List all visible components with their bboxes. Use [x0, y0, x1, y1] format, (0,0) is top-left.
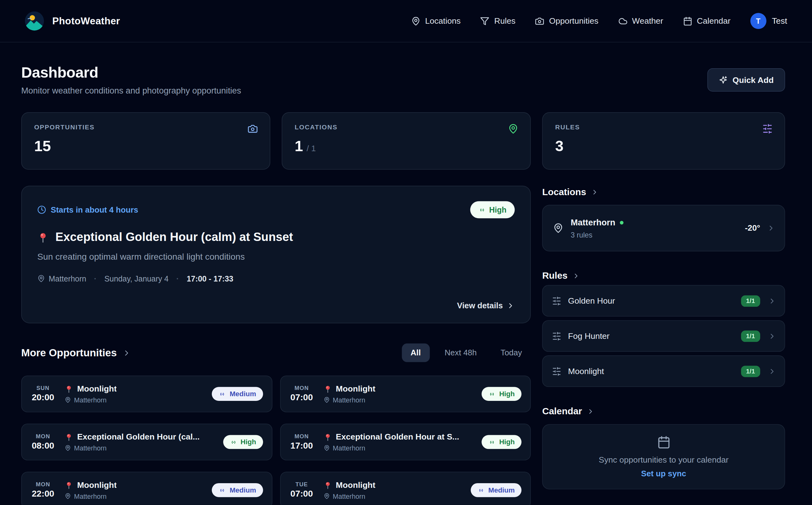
- quick-add-button[interactable]: Quick Add: [707, 68, 785, 92]
- confidence-badge: Medium: [212, 483, 263, 497]
- layout: Starts in about 4 hours High Exceptional…: [21, 186, 785, 505]
- map-pin-icon: [323, 397, 330, 403]
- set-up-sync-link[interactable]: Set up sync: [641, 469, 686, 478]
- badge-label: High: [241, 438, 256, 446]
- sidebar-locations-header[interactable]: Locations: [542, 187, 785, 198]
- map-pin-icon: [323, 493, 330, 499]
- signal-icon: [219, 390, 226, 397]
- calendar-sync-text: Sync opportunities to your calendar: [598, 455, 728, 464]
- opportunity-time: MON 22:00: [30, 481, 56, 499]
- chevron-right-icon: [122, 348, 131, 357]
- confidence-badge: High: [481, 435, 521, 449]
- opportunity-card[interactable]: MON 17:00 Exceptional Golden Hour at S..…: [280, 424, 531, 461]
- chevron-right-icon: [768, 367, 777, 375]
- sidebar-rules-title: Rules: [542, 271, 567, 282]
- badge-label: High: [499, 390, 515, 398]
- nav-item-locations[interactable]: Locations: [411, 16, 460, 26]
- featured-location-label: Matterhorn: [49, 274, 86, 283]
- confidence-badge: High: [470, 201, 514, 218]
- sidebar-rules-header[interactable]: Rules: [542, 271, 785, 282]
- nav-label: Opportunities: [549, 16, 598, 26]
- featured-opportunity-card: Starts in about 4 hours High Exceptional…: [21, 186, 531, 323]
- clock-icon: [37, 205, 46, 214]
- map-pin-icon: [323, 445, 330, 451]
- filter-today[interactable]: Today: [492, 344, 531, 362]
- filter-all[interactable]: All: [401, 344, 430, 362]
- stat-card-locations: LOCATIONS 1 / 1: [282, 112, 531, 170]
- map-pin-icon: [65, 445, 71, 451]
- opportunity-hour: 22:00: [30, 489, 56, 499]
- user-menu[interactable]: T Test: [750, 13, 787, 29]
- nav-label: Weather: [632, 16, 663, 26]
- signal-icon: [488, 438, 495, 446]
- starts-in: Starts in about 4 hours: [37, 205, 138, 214]
- nav-item-rules[interactable]: Rules: [480, 16, 515, 26]
- opportunity-card[interactable]: TUE 07:00 Moonlight Matterhorn: [280, 472, 531, 505]
- opportunity-name: Moonlight: [77, 480, 117, 490]
- rule-name: Moonlight: [568, 367, 604, 376]
- nav-item-calendar[interactable]: Calendar: [683, 16, 730, 26]
- opportunity-main: Moonlight Matterhorn: [323, 480, 375, 500]
- rule-card-golden-hour[interactable]: Golden Hour 1/1: [542, 285, 785, 316]
- sidebar-calendar-header[interactable]: Calendar: [542, 406, 785, 417]
- opportunity-location: Matterhorn: [333, 492, 365, 500]
- opportunity-day: MON: [30, 481, 56, 487]
- chevron-right-icon: [587, 408, 594, 415]
- rule-name: Fog Hunter: [568, 331, 609, 341]
- brand-name: PhotoWeather: [52, 15, 120, 27]
- red-pushpin-icon: [65, 481, 73, 489]
- brand[interactable]: PhotoWeather: [25, 12, 120, 30]
- calendar-sync-card: Sync opportunities to your calendar Set …: [542, 424, 785, 489]
- filter-next-48h[interactable]: Next 48h: [436, 344, 486, 362]
- view-details-label: View details: [457, 301, 503, 311]
- opportunity-day: SUN: [30, 385, 56, 391]
- stat-card-opportunities: OPPORTUNITIES 15: [21, 112, 270, 170]
- opportunity-hour: 17:00: [288, 441, 315, 451]
- stat-label: RULES: [555, 124, 772, 131]
- red-pushpin-icon: [65, 433, 73, 441]
- nav-item-opportunities[interactable]: Opportunities: [535, 16, 598, 26]
- location-info: Matterhorn 3 rules: [571, 217, 624, 239]
- location-card-matterhorn[interactable]: Matterhorn 3 rules -20°: [542, 205, 785, 251]
- calendar-icon: [657, 435, 670, 449]
- opportunity-card[interactable]: SUN 20:00 Moonlight Matterhorn: [21, 376, 272, 412]
- cloud-icon: [618, 16, 627, 26]
- stat-suffix: / 1: [307, 144, 316, 153]
- opportunity-card[interactable]: MON 07:00 Moonlight Matterhorn: [280, 376, 531, 412]
- rule-name: Golden Hour: [568, 296, 615, 306]
- opportunity-day: TUE: [288, 481, 315, 487]
- opportunity-main: Exceptional Golden Hour at S... Matterho…: [323, 432, 459, 452]
- stat-label: OPPORTUNITIES: [34, 124, 257, 131]
- sidebar-calendar-title: Calendar: [542, 406, 582, 417]
- chevron-right-icon: [768, 297, 777, 305]
- nav-item-weather[interactable]: Weather: [618, 16, 664, 26]
- more-opportunities-link[interactable]: More Opportunities: [21, 347, 131, 359]
- red-pushpin-icon: [323, 433, 332, 441]
- map-pin-icon: [508, 124, 518, 134]
- camera-icon: [247, 124, 258, 134]
- featured-title: Exceptional Golden Hour (calm) at Sunset: [55, 230, 293, 244]
- page-header: Dashboard Monitor weather conditions and…: [21, 64, 785, 96]
- calendar-icon: [683, 16, 692, 26]
- camera-icon: [535, 16, 545, 26]
- sliders-icon: [552, 331, 561, 341]
- featured-location: Matterhorn: [37, 274, 86, 283]
- opportunity-name: Moonlight: [77, 384, 117, 393]
- opportunity-card[interactable]: MON 08:00 Exceptional Golden Hour (cal..…: [21, 424, 272, 461]
- nav-label: Locations: [425, 16, 461, 26]
- opportunity-card[interactable]: MON 22:00 Moonlight Matterhorn: [21, 472, 272, 505]
- map-pin-icon: [65, 493, 71, 499]
- opportunity-location: Matterhorn: [333, 396, 365, 404]
- opportunity-location: Matterhorn: [333, 444, 365, 452]
- rule-card-fog-hunter[interactable]: Fog Hunter 1/1: [542, 320, 785, 352]
- chevron-right-icon: [572, 272, 580, 280]
- red-pushpin-icon: [37, 231, 49, 243]
- rule-card-moonlight[interactable]: Moonlight 1/1: [542, 355, 785, 387]
- opportunity-time: SUN 20:00: [30, 385, 56, 403]
- view-details-link[interactable]: View details: [457, 301, 514, 311]
- confidence-badge: High: [481, 387, 521, 401]
- red-pushpin-icon: [65, 385, 73, 393]
- active-status-dot: [620, 221, 624, 224]
- chevron-right-icon: [767, 224, 776, 232]
- stat-label: LOCATIONS: [295, 124, 518, 131]
